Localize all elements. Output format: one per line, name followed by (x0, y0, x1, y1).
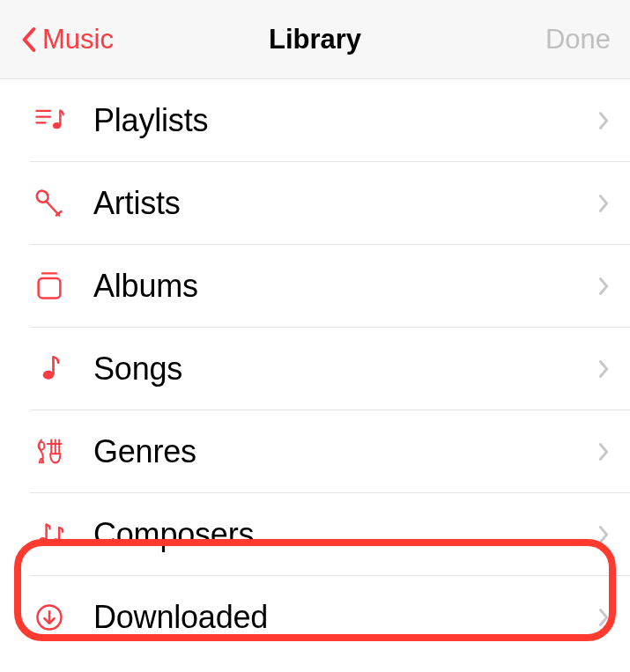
list-item-label: Composers (93, 516, 254, 553)
list-item-label: Genres (93, 433, 196, 470)
list-item-label: Songs (93, 351, 182, 388)
list-item-artists[interactable]: Artists (30, 162, 630, 245)
playlists-icon (30, 101, 69, 140)
chevron-right-icon (597, 274, 611, 299)
genres-icon (30, 432, 69, 471)
page-title: Library (269, 24, 361, 55)
list-item-label: Playlists (93, 102, 208, 139)
albums-icon (30, 267, 69, 306)
composers-icon (30, 515, 69, 554)
chevron-right-icon (597, 357, 611, 381)
chevron-right-icon (597, 191, 611, 216)
list-item-label: Albums (93, 268, 198, 305)
svg-point-13 (52, 538, 60, 544)
artists-icon (30, 184, 69, 223)
list-item-albums[interactable]: Albums (30, 245, 630, 328)
list-item-playlists[interactable]: Playlists (30, 79, 630, 162)
downloaded-icon (30, 598, 69, 637)
list-item-label: Downloaded (93, 599, 268, 636)
list-item-downloaded[interactable]: Downloaded (30, 576, 630, 659)
chevron-left-icon (19, 23, 39, 56)
chevron-right-icon (597, 439, 611, 464)
svg-point-3 (53, 122, 61, 129)
svg-point-10 (39, 441, 45, 449)
songs-icon (30, 350, 69, 388)
list-item-songs[interactable]: Songs (30, 328, 630, 410)
list-item-composers[interactable]: Composers (30, 493, 630, 576)
chevron-right-icon (597, 108, 611, 133)
chevron-right-icon (597, 522, 611, 547)
library-list: Playlists Artists A (0, 79, 630, 659)
svg-point-12 (39, 537, 47, 543)
chevron-right-icon (597, 605, 611, 630)
back-label: Music (42, 24, 114, 55)
svg-point-9 (43, 370, 54, 379)
navigation-header: Music Library Done (0, 0, 630, 79)
back-button[interactable]: Music (19, 23, 114, 56)
list-item-label: Artists (93, 185, 181, 222)
svg-rect-8 (39, 278, 61, 299)
done-button[interactable]: Done (545, 24, 611, 55)
list-item-genres[interactable]: Genres (30, 410, 630, 493)
